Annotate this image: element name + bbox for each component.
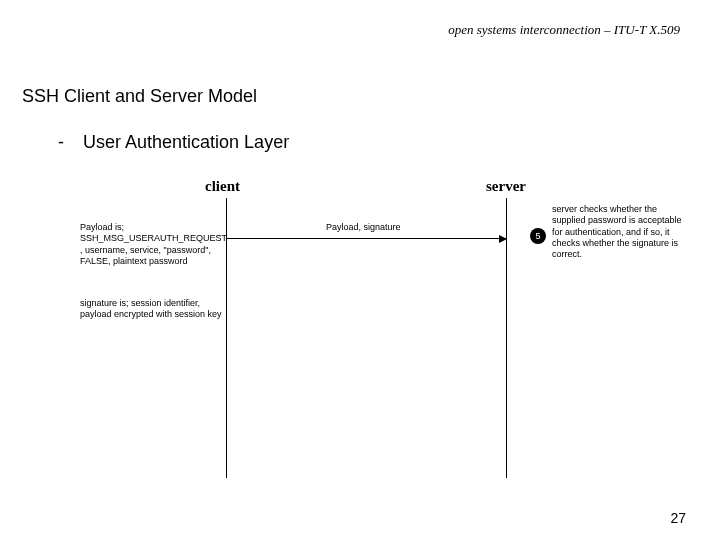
subtitle-row: - User Authentication Layer bbox=[58, 132, 289, 153]
step-badge: 5 bbox=[530, 228, 546, 244]
header-text: open systems interconnection – ITU-T X.5… bbox=[448, 22, 680, 38]
client-label: client bbox=[205, 178, 240, 195]
server-note: server checks whether the supplied passw… bbox=[552, 204, 692, 260]
message-arrow bbox=[226, 238, 506, 239]
server-label: server bbox=[486, 178, 526, 195]
subtitle-text: User Authentication Layer bbox=[83, 132, 289, 152]
bullet-dash: - bbox=[58, 132, 78, 153]
page-number: 27 bbox=[670, 510, 686, 526]
client-signature-note: signature is; session identifier, payloa… bbox=[80, 298, 225, 321]
slide-title: SSH Client and Server Model bbox=[22, 86, 257, 107]
message-label: Payload, signature bbox=[326, 222, 401, 232]
client-payload-note: Payload is; SSH_MSG_USERAUTH_REQUEST , u… bbox=[80, 222, 225, 267]
